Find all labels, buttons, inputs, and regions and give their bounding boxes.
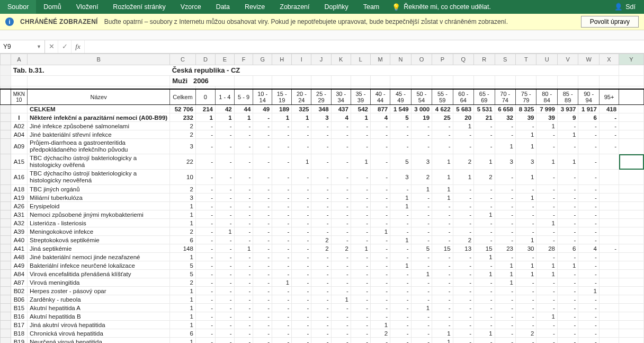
column-header[interactable]: F (234, 54, 253, 65)
row-header[interactable] (1, 219, 11, 227)
ribbon-tab[interactable]: Zobrazení (272, 0, 317, 14)
row-header[interactable] (1, 278, 11, 287)
row-header[interactable] (1, 113, 11, 122)
cell[interactable] (619, 236, 644, 244)
column-header[interactable]: R (474, 54, 495, 65)
ribbon-tab[interactable]: Revize (237, 0, 272, 14)
ribbon-tab[interactable]: Data (209, 0, 237, 14)
column-header[interactable]: B (28, 54, 170, 65)
share-button[interactable]: 👤 Sdí (609, 0, 641, 14)
cell[interactable] (619, 130, 644, 139)
formula-input[interactable] (85, 40, 644, 53)
cell[interactable] (619, 253, 644, 261)
row-header[interactable] (1, 139, 11, 154)
column-header[interactable]: M (371, 54, 390, 65)
cell[interactable] (619, 261, 644, 270)
row-header[interactable] (1, 130, 11, 139)
row-header[interactable] (1, 295, 11, 304)
cell[interactable] (619, 295, 644, 304)
column-header[interactable]: V (557, 54, 578, 65)
cell[interactable] (619, 329, 644, 338)
column-header[interactable]: H (272, 54, 292, 65)
ribbon-tab[interactable]: Vložení (69, 0, 106, 14)
column-header[interactable]: W (578, 54, 599, 65)
cell[interactable] (619, 170, 644, 185)
name-box[interactable]: Y9 ▼ (0, 40, 45, 53)
spreadsheet-grid[interactable]: ABCDEFGHIJKLMNOPQRSTUVWXYTab. b.31.Česká… (0, 54, 644, 343)
cell[interactable] (619, 338, 644, 344)
column-header[interactable]: Y (619, 54, 644, 65)
row-header[interactable] (1, 76, 11, 86)
row-header[interactable] (1, 270, 11, 278)
ribbon-tab[interactable]: Rozložení stránky (105, 0, 173, 14)
cell[interactable] (619, 321, 644, 329)
column-header[interactable]: I (292, 54, 311, 65)
column-header[interactable]: J (311, 54, 331, 65)
cell[interactable] (619, 113, 644, 122)
select-all[interactable] (1, 54, 11, 65)
row-header[interactable] (1, 321, 11, 329)
ribbon-tab[interactable]: Domů (36, 0, 68, 14)
enable-editing-button[interactable]: Povolit úpravy (581, 16, 639, 28)
row-header[interactable] (1, 244, 11, 253)
column-header[interactable]: L (351, 54, 370, 65)
cell[interactable] (619, 194, 644, 202)
row-header[interactable] (1, 170, 11, 185)
row-header[interactable] (1, 236, 11, 244)
cell[interactable] (619, 122, 644, 130)
cell[interactable] (619, 312, 644, 321)
cell[interactable] (619, 227, 644, 236)
cell[interactable] (619, 219, 644, 227)
column-header[interactable]: A (11, 54, 27, 65)
cell[interactable] (619, 210, 644, 219)
column-header[interactable]: N (390, 54, 411, 65)
cell[interactable] (619, 244, 644, 253)
column-header[interactable]: T (516, 54, 536, 65)
cell[interactable] (619, 287, 644, 295)
cell[interactable] (619, 154, 644, 170)
cell[interactable] (619, 185, 644, 194)
ribbon-tab[interactable]: Doplňky (317, 0, 356, 14)
row-header[interactable] (1, 210, 11, 219)
column-header[interactable]: G (253, 54, 272, 65)
row-header[interactable] (1, 105, 11, 113)
cell[interactable] (619, 105, 644, 113)
column-header[interactable]: O (411, 54, 432, 65)
row-header[interactable] (1, 329, 11, 338)
column-header[interactable]: K (331, 54, 351, 65)
row-header[interactable] (1, 154, 11, 170)
ribbon-tab[interactable]: Soubor (0, 0, 36, 14)
column-header[interactable]: Q (453, 54, 473, 65)
column-header[interactable]: X (599, 54, 619, 65)
row-header[interactable] (1, 304, 11, 312)
row-header[interactable] (1, 227, 11, 236)
column-header[interactable]: E (216, 54, 235, 65)
row-header[interactable] (1, 194, 11, 202)
cell[interactable] (619, 304, 644, 312)
column-header[interactable]: U (536, 54, 557, 65)
row-header[interactable] (1, 312, 11, 321)
column-header[interactable]: P (432, 54, 453, 65)
column-header[interactable]: C (170, 54, 196, 65)
row-header[interactable] (1, 202, 11, 210)
row-header[interactable] (1, 287, 11, 295)
ribbon-tab[interactable]: Team (356, 0, 387, 14)
cell[interactable] (619, 270, 644, 278)
column-header[interactable]: D (195, 54, 215, 65)
column-header[interactable]: S (495, 54, 515, 65)
cancel-button[interactable]: ✕ (45, 40, 58, 53)
cell[interactable] (619, 278, 644, 287)
row-header[interactable] (1, 261, 11, 270)
row-header[interactable] (1, 65, 11, 76)
enter-button[interactable]: ✓ (58, 40, 71, 53)
row-header[interactable] (1, 253, 11, 261)
row-header[interactable] (1, 338, 11, 344)
row-header[interactable] (1, 89, 11, 105)
cell[interactable] (619, 139, 644, 154)
row-header[interactable] (1, 185, 11, 194)
cell[interactable] (619, 202, 644, 210)
row-header[interactable] (1, 122, 11, 130)
tell-me[interactable]: 💡 Řekněte mi, co chcete udělat. (387, 3, 496, 11)
ribbon-tab[interactable]: Vzorce (173, 0, 209, 14)
fx-button[interactable]: fx (71, 40, 85, 53)
